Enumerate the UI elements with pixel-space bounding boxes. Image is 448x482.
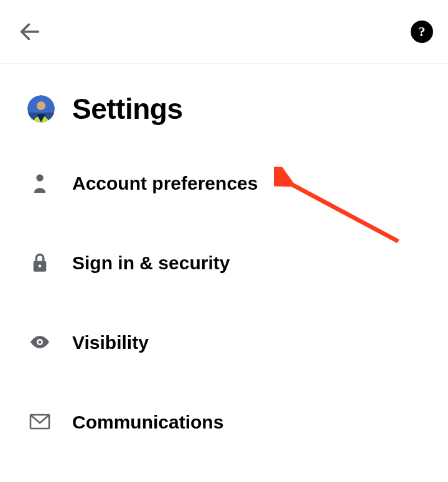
page-title: Settings <box>72 92 182 126</box>
eye-icon <box>29 331 51 353</box>
menu-item-label: Account preferences <box>72 173 258 193</box>
svg-point-7 <box>39 264 42 267</box>
menu-item-sign-in-security[interactable]: Sign in & security <box>27 251 421 274</box>
svg-point-5 <box>36 174 43 181</box>
arrow-left-icon <box>17 19 42 44</box>
help-icon: ? <box>419 24 426 40</box>
title-row: Settings <box>27 92 421 126</box>
menu-item-account-preferences[interactable]: Account preferences <box>27 172 421 194</box>
svg-point-4 <box>37 101 45 110</box>
menu-item-label: Sign in & security <box>72 253 230 273</box>
menu-item-communications[interactable]: Communications <box>27 410 421 433</box>
avatar[interactable] <box>27 95 55 123</box>
person-icon <box>29 172 51 194</box>
menu-item-label: Visibility <box>72 332 149 353</box>
top-bar: ? <box>0 0 448 63</box>
mail-icon <box>29 410 51 433</box>
menu-item-label: Communications <box>72 412 223 432</box>
svg-point-9 <box>39 341 42 344</box>
avatar-image <box>27 95 55 123</box>
lock-icon <box>29 251 51 274</box>
settings-content: Settings Account preferences Sign in & s… <box>0 63 448 433</box>
help-button[interactable]: ? <box>411 21 433 43</box>
settings-menu: Account preferences Sign in & security <box>27 172 421 433</box>
back-button[interactable] <box>15 17 45 47</box>
menu-item-visibility[interactable]: Visibility <box>27 331 421 353</box>
